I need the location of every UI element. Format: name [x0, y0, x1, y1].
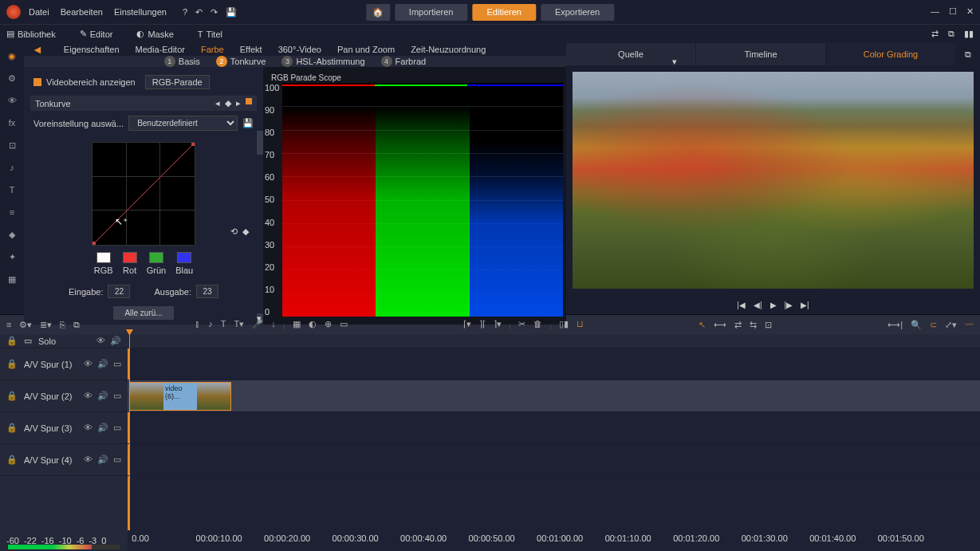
track-menu-icon[interactable]: ▭ — [113, 455, 121, 465]
keyframe-next-icon[interactable]: ▸ — [236, 98, 241, 108]
swatch-green[interactable]: Grün — [147, 252, 166, 275]
preset-dropdown[interactable]: Benutzerdefiniert — [128, 116, 238, 131]
curve-reset-icon[interactable]: ⟲ — [230, 226, 238, 237]
help-icon[interactable]: ? — [183, 7, 187, 18]
undo-icon[interactable]: ↶ — [195, 7, 203, 18]
time-ruler[interactable]: 0.00 00:00:10.00 00:00:20.00 00:00:30.00… — [128, 530, 980, 551]
preset-save-icon[interactable]: 💾 — [242, 118, 254, 128]
tl-copy-icon[interactable]: ⎘ — [60, 320, 65, 330]
edit-button[interactable]: Editieren — [472, 4, 535, 21]
step-back-icon[interactable]: ◀| — [754, 301, 762, 309]
track-menu-icon[interactable]: ▭ — [113, 423, 121, 433]
tl-split-in-icon[interactable]: ⌈▾ — [463, 319, 471, 330]
import-button[interactable]: Importieren — [395, 4, 468, 21]
track-menu-icon[interactable]: ▭ — [113, 359, 121, 369]
track-head-1[interactable]: 🔒A/V Spur (1)👁🔊▭ — [0, 348, 128, 380]
tl-fit-icon[interactable]: ⟷| — [888, 320, 903, 330]
export-button[interactable]: Exportieren — [541, 4, 614, 21]
tonecurve-subtab[interactable]: 2Tonkurve — [216, 56, 266, 67]
track-row-4[interactable] — [128, 444, 980, 476]
preview-viewport[interactable] — [573, 72, 974, 289]
goto-end-icon[interactable]: ▶| — [801, 301, 809, 309]
speaker-icon[interactable]: 🔊 — [97, 391, 108, 401]
step-fwd-icon[interactable]: |▶ — [785, 301, 793, 309]
tl-paste-icon[interactable]: ⧉ — [73, 320, 80, 330]
rail-music-icon[interactable]: ♪ — [6, 161, 18, 174]
tl-menu-icon[interactable]: ≡ — [6, 320, 11, 330]
close-icon[interactable]: ✕ — [966, 6, 974, 17]
solo-track-row[interactable] — [128, 334, 980, 348]
input-value[interactable] — [108, 285, 130, 298]
goto-start-icon[interactable]: |◀ — [737, 301, 746, 309]
tl-settings-icon[interactable]: ⚙▾ — [19, 320, 32, 330]
tl-overlay-icon[interactable]: ◐ — [309, 319, 317, 330]
track-row-3[interactable] — [128, 412, 980, 444]
show-videorange-checkbox[interactable] — [33, 78, 41, 86]
tl-magnet-icon[interactable]: ⊔ — [577, 319, 584, 330]
media-editor-tab[interactable]: Media-Editor — [136, 45, 185, 54]
redo-icon[interactable]: ↷ — [211, 7, 218, 18]
eye-icon[interactable]: 👁 — [84, 391, 92, 401]
tl-snap-icon[interactable]: ▯▮ — [559, 319, 569, 330]
keyframe-prev-icon[interactable]: ◂ — [215, 98, 220, 108]
preview-popout-icon[interactable]: ⧉ — [956, 43, 980, 65]
scope-type-dropdown[interactable]: RGB-Parade — [145, 75, 210, 89]
lock-icon[interactable]: 🔒 — [6, 455, 18, 465]
lock-icon[interactable]: 🔒 — [6, 423, 18, 433]
rail-fx-icon[interactable]: fx — [6, 116, 18, 129]
eye-icon[interactable]: 👁 — [84, 455, 92, 465]
tl-effect-icon[interactable]: ▭ — [340, 319, 348, 330]
rail-shape-icon[interactable]: ◆ — [6, 228, 18, 241]
tl-mic-icon[interactable]: 🎤 — [252, 319, 263, 330]
tl-wave-icon[interactable]: 〰 — [965, 320, 974, 330]
tl-text2-icon[interactable]: T▾ — [234, 319, 244, 330]
menu-file[interactable]: Datei — [29, 7, 49, 17]
tl-zoom-icon[interactable]: 🔍 — [911, 320, 922, 330]
timeremap-tab[interactable]: Zeit-Neuzuordnung — [411, 45, 486, 54]
swatch-blue[interactable]: Blau — [175, 252, 193, 275]
tone-curve-editor[interactable]: ↖⁺ — [92, 142, 195, 246]
solo-toggle-icon[interactable]: ▭ — [24, 336, 32, 346]
rail-grid-icon[interactable]: ▦ — [6, 273, 18, 285]
link-icon[interactable]: ⇄ — [931, 29, 939, 39]
rail-gear-icon[interactable]: ⚙ — [6, 72, 18, 85]
rail-eye-icon[interactable]: 👁 — [6, 94, 18, 107]
eye-icon[interactable]: 👁 — [84, 359, 92, 369]
editor-tab[interactable]: ✎Editor — [80, 29, 113, 39]
speaker-icon[interactable]: 🔊 — [97, 359, 108, 369]
popout-icon[interactable]: ⧉ — [948, 29, 954, 39]
title-tab[interactable]: TTitel — [198, 30, 222, 39]
track-row-1[interactable] — [128, 348, 980, 380]
colorwheel-subtab[interactable]: 4Farbrad — [381, 56, 427, 67]
tl-layers-icon[interactable]: ≣▾ — [40, 320, 52, 330]
basic-subtab[interactable]: 1Basis — [164, 56, 200, 67]
chevron-down-icon[interactable]: ▾ — [672, 57, 677, 67]
track-head-3[interactable]: 🔒A/V Spur (3)👁🔊▭ — [0, 412, 128, 444]
track-menu-icon[interactable]: ▭ — [113, 391, 121, 401]
section-enable-icon[interactable] — [246, 98, 252, 104]
rail-crop-icon[interactable]: ⊡ — [6, 139, 18, 152]
output-value[interactable] — [196, 285, 218, 298]
mask-tab[interactable]: ◐Maske — [136, 29, 173, 39]
tl-grid-icon[interactable]: ▦ — [293, 319, 301, 330]
back-icon[interactable]: ◄ — [32, 43, 43, 56]
curve-point-icon[interactable]: ◆ — [242, 226, 249, 237]
rail-text-icon[interactable]: T — [6, 183, 18, 196]
rail-adjust-icon[interactable]: ≡ — [6, 206, 18, 218]
reset-all-button[interactable]: Alle zurü... — [113, 306, 173, 320]
tl-split-out-icon[interactable]: ⌉▾ — [494, 319, 502, 330]
swatch-rgb[interactable]: RGB — [94, 252, 113, 275]
lock-icon[interactable]: 🔒 — [6, 391, 18, 401]
speaker-icon[interactable]: 🔊 — [110, 336, 121, 346]
save-icon[interactable]: 💾 — [226, 7, 237, 18]
menu-settings[interactable]: Einstellungen — [114, 7, 167, 17]
video360-tab[interactable]: 360°-Video — [278, 45, 321, 54]
lock-icon[interactable]: 🔒 — [6, 359, 18, 369]
tl-split-icon[interactable]: ⌉⌈ — [479, 319, 486, 330]
tl-expand-icon[interactable]: ⤢▾ — [945, 320, 957, 330]
home-button[interactable]: 🏠 — [366, 4, 390, 21]
track-head-4[interactable]: 🔒A/V Spur (4)👁🔊▭ — [0, 444, 128, 476]
keyframe-add-icon[interactable]: ◆ — [225, 98, 231, 108]
tl-audio-icon[interactable]: ♪ — [208, 319, 213, 330]
tl-text-icon[interactable]: T — [221, 319, 226, 330]
